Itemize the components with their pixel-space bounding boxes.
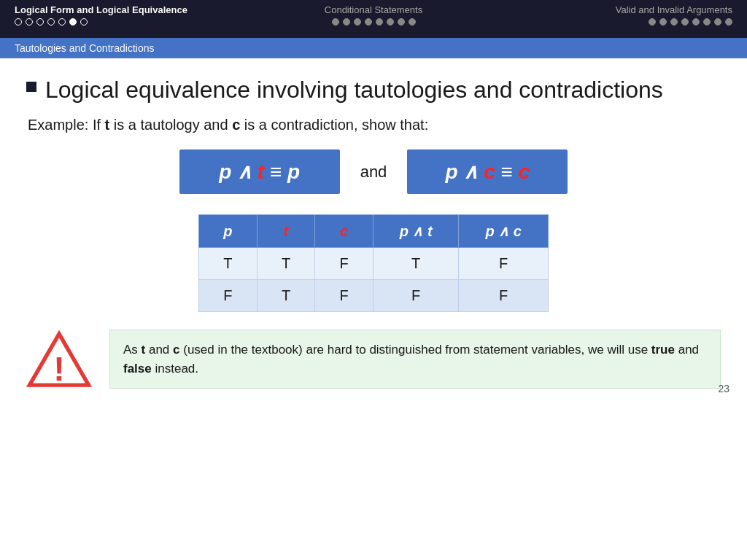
dot (47, 18, 55, 26)
dot (398, 18, 405, 26)
nav-section-1: Logical Form and Logical Equivalence (15, 4, 254, 26)
dot (15, 18, 22, 26)
col-header-pc: p ∧ c (459, 215, 549, 248)
bullet-icon (26, 82, 36, 92)
truth-table: p t c p ∧ t p ∧ c T T F T F F T (198, 214, 549, 312)
formula-box-2: p ∧ c ≡ c (407, 149, 568, 194)
warning-triangle-icon: ! (26, 330, 92, 389)
cell: T (199, 248, 258, 280)
dot (649, 18, 656, 26)
dot (409, 18, 416, 26)
col-header-t: t (257, 215, 315, 248)
nav-dots-3 (649, 18, 732, 26)
table-row: T T F T F (199, 248, 549, 280)
dot (36, 18, 44, 26)
table-row: F T F F F (199, 280, 549, 312)
dot-active (69, 18, 77, 26)
nav-title-1: Logical Form and Logical Equivalence (15, 4, 254, 15)
page-number: 23 (718, 383, 729, 394)
example-line: Example: If t is a tautology and c is a … (28, 117, 721, 133)
dot (365, 18, 372, 26)
dot (354, 18, 361, 26)
nav-dots-1 (15, 18, 254, 26)
cell: T (374, 248, 459, 280)
warning-row: ! As t and c (used in the textbook) are … (26, 330, 721, 389)
cell: T (257, 248, 315, 280)
section-bar: Tautologies and Contradictions (0, 38, 747, 58)
cell: F (315, 280, 374, 312)
dot (343, 18, 350, 26)
formula-row: p ∧ t ≡ p and p ∧ c ≡ c (26, 149, 721, 194)
dot (332, 18, 339, 26)
dot (725, 18, 732, 26)
dot (703, 18, 711, 26)
table-container: p t c p ∧ t p ∧ c T T F T F F T (26, 214, 721, 312)
cell: F (315, 248, 374, 280)
formula-box-1: p ∧ t ≡ p (179, 149, 340, 194)
main-content: Logical equivalence involving tautologie… (0, 58, 747, 400)
warning-box: As t and c (used in the textbook) are ha… (109, 330, 721, 389)
cell: F (199, 280, 258, 312)
table-header-row: p t c p ∧ t p ∧ c (199, 215, 549, 248)
col-header-pt: p ∧ t (374, 215, 459, 248)
dot (26, 18, 33, 26)
formula-and: and (360, 163, 387, 182)
dot (681, 18, 689, 26)
top-nav: Logical Form and Logical Equivalence Con… (0, 0, 747, 38)
cell: F (374, 280, 459, 312)
example-mid: is a tautology and (109, 117, 232, 133)
cell: T (257, 280, 315, 312)
nav-title-3: Valid and Invalid Arguments (616, 4, 732, 15)
cell: F (459, 280, 549, 312)
bullet-heading: Logical equivalence involving tautologie… (26, 76, 721, 104)
example-prefix: Example: If (28, 117, 105, 133)
dot (58, 18, 66, 26)
heading-text: Logical equivalence involving tautologie… (45, 76, 663, 104)
dot (714, 18, 721, 26)
nav-section-3: Valid and Invalid Arguments (493, 4, 732, 26)
dot (376, 18, 383, 26)
dot (80, 18, 88, 26)
dot (659, 18, 667, 26)
svg-text:!: ! (53, 350, 65, 388)
nav-dots-2 (332, 18, 416, 26)
example-c: c (232, 117, 240, 133)
dot (670, 18, 678, 26)
example-suffix: is a contradiction, show that: (240, 117, 428, 133)
dot (692, 18, 700, 26)
nav-title-2: Conditional Statements (325, 4, 422, 15)
cell: F (459, 248, 549, 280)
nav-section-2: Conditional Statements (254, 4, 493, 26)
col-header-p: p (199, 215, 258, 248)
dot (387, 18, 394, 26)
col-header-c: c (315, 215, 374, 248)
warning-text-start: As t and c (used in the textbook) are ha… (123, 343, 699, 376)
